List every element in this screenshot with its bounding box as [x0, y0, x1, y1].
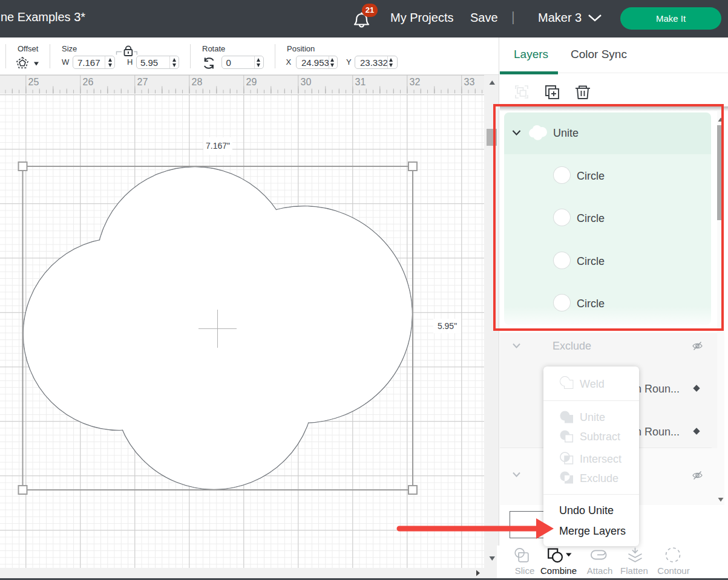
svg-text:32: 32	[410, 77, 421, 87]
svg-text:30: 30	[301, 77, 312, 87]
svg-text:28: 28	[192, 77, 203, 87]
svg-text:29: 29	[246, 77, 257, 87]
svg-text:31: 31	[355, 77, 366, 87]
svg-text:26: 26	[83, 77, 94, 87]
svg-text:33: 33	[464, 77, 475, 87]
svg-text:25: 25	[28, 77, 39, 87]
svg-text:27: 27	[137, 77, 148, 87]
